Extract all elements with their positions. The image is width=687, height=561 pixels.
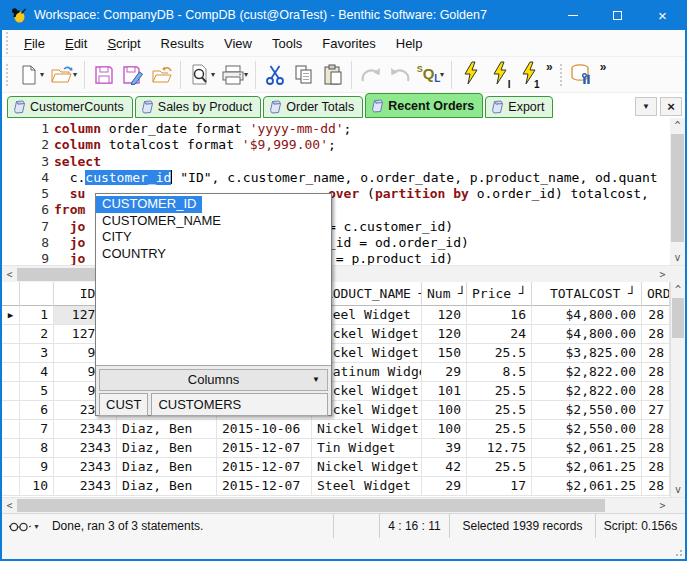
column-header-order_i[interactable]: ORDER_I bbox=[642, 282, 670, 306]
save-as-button[interactable] bbox=[118, 60, 147, 90]
editor-vertical-scrollbar[interactable]: ^ v bbox=[670, 118, 685, 265]
close-button[interactable]: × bbox=[640, 0, 685, 30]
paste-button[interactable] bbox=[318, 60, 347, 90]
scroll-up-icon[interactable]: ^ bbox=[671, 282, 685, 297]
tab-label: Export bbox=[508, 100, 544, 114]
popup-item[interactable]: CUSTOMER_ID bbox=[96, 196, 202, 213]
tab-bar: CustomerCountsSales by ProductOrder Tota… bbox=[2, 92, 685, 118]
popup-item[interactable]: COUNTRY bbox=[96, 246, 331, 263]
menu-item-edit[interactable]: Edit bbox=[55, 33, 97, 54]
grid-row[interactable]: 82343Diaz, Ben2015-12-07Tin Widget3912.7… bbox=[2, 439, 670, 458]
script-icon bbox=[371, 99, 384, 113]
scroll-down-icon[interactable]: v bbox=[670, 250, 685, 265]
menu-item-file[interactable]: File bbox=[14, 33, 55, 54]
menu-item-view[interactable]: View bbox=[214, 33, 262, 54]
print-dropdown[interactable]: ▾ bbox=[244, 70, 248, 79]
maximize-button[interactable] bbox=[595, 0, 640, 30]
menu-item-tools[interactable]: Tools bbox=[262, 33, 312, 54]
popup-item[interactable]: CITY bbox=[96, 229, 331, 246]
autocomplete-popup: CUSTOMER_IDCUSTOMER_NAMECITYCOUNTRY Colu… bbox=[95, 193, 332, 416]
revert-button[interactable] bbox=[147, 60, 176, 90]
grid-cell: 7 bbox=[20, 420, 54, 439]
open-script-dropdown[interactable]: ▾ bbox=[73, 70, 77, 79]
grid-horizontal-scrollbar[interactable]: < > bbox=[2, 497, 685, 513]
tab-recent-orders[interactable]: Recent Orders bbox=[365, 93, 483, 118]
redo-button[interactable] bbox=[356, 60, 385, 90]
scroll-up-icon[interactable]: ^ bbox=[670, 118, 685, 133]
scroll-down-icon[interactable]: v bbox=[671, 482, 685, 497]
grid-cell: 4 bbox=[20, 363, 54, 382]
minimize-icon bbox=[568, 15, 578, 16]
scrollbar-thumb[interactable] bbox=[671, 134, 684, 242]
column-header-num[interactable]: Num ┘ bbox=[422, 282, 467, 306]
column-header[interactable] bbox=[20, 282, 54, 306]
toolbar-overflow-chevron[interactable]: » bbox=[546, 57, 553, 74]
grid-cell: 42 bbox=[422, 458, 467, 477]
row-marker-cell bbox=[2, 420, 20, 439]
print-button[interactable] bbox=[218, 60, 247, 90]
scrollbar-thumb[interactable] bbox=[672, 298, 684, 338]
tab-label: Sales by Product bbox=[158, 100, 253, 114]
grid-cell: 6 bbox=[20, 401, 54, 420]
tab-list-button[interactable]: ▼ bbox=[635, 97, 657, 116]
toolbar-overflow-chevron[interactable]: » bbox=[600, 57, 607, 74]
open-script-button[interactable] bbox=[47, 60, 76, 90]
tab-sales-by-product[interactable]: Sales by Product bbox=[135, 96, 262, 118]
preview-dropdown[interactable]: ▾ bbox=[211, 70, 215, 79]
grid-cell: 2015-12-07 bbox=[217, 477, 312, 496]
scroll-left-icon[interactable]: < bbox=[2, 269, 17, 280]
undo-button[interactable] bbox=[385, 60, 414, 90]
minimize-button[interactable] bbox=[550, 0, 595, 30]
grid-cell: Steel Widget bbox=[312, 477, 422, 496]
popup-button-cust[interactable]: CUST bbox=[99, 393, 148, 416]
scroll-left-icon[interactable]: < bbox=[2, 500, 17, 511]
grid-cell: 9 bbox=[20, 458, 54, 477]
menu-item-script[interactable]: Script bbox=[97, 33, 150, 54]
execute-current-button[interactable]: I bbox=[485, 60, 514, 90]
new-script-dropdown[interactable]: ▾ bbox=[40, 70, 44, 79]
tab-customercounts[interactable]: CustomerCounts bbox=[7, 96, 133, 118]
execute-script-button[interactable] bbox=[456, 60, 485, 90]
menu-item-help[interactable]: Help bbox=[386, 33, 433, 54]
scroll-right-icon[interactable]: > bbox=[655, 500, 670, 511]
grid-row[interactable]: 102343Diaz, Ben2015-12-07Steel Widget291… bbox=[2, 477, 670, 496]
grid-cell: 2 bbox=[20, 325, 54, 344]
copy-button[interactable] bbox=[289, 60, 318, 90]
menu-item-favorites[interactable]: Favorites bbox=[312, 33, 385, 54]
popup-category-dropdown[interactable]: Columns ▼ bbox=[99, 369, 328, 391]
menu-item-results[interactable]: Results bbox=[151, 33, 214, 54]
preview-button[interactable] bbox=[185, 60, 214, 90]
column-header-price[interactable]: Price ┘ bbox=[467, 282, 532, 306]
scroll-right-icon[interactable]: > bbox=[655, 269, 670, 280]
column-header[interactable] bbox=[2, 282, 20, 306]
script-icon bbox=[491, 100, 504, 114]
grid-row[interactable]: 92343Diaz, Ben2015-12-07Nickel Widget422… bbox=[2, 458, 670, 477]
undo-arrow-icon bbox=[388, 65, 412, 85]
line-number: 1 bbox=[2, 121, 54, 137]
db-tools-button[interactable] bbox=[568, 60, 597, 90]
window-title: Workspace: CompanyDB - CompDB (cust@OraT… bbox=[34, 8, 550, 22]
title-bar: Workspace: CompanyDB - CompDB (cust@OraT… bbox=[2, 0, 685, 30]
tab-close-button[interactable]: × bbox=[660, 97, 682, 116]
popup-item[interactable]: CUSTOMER_NAME bbox=[96, 213, 331, 230]
grid-row[interactable]: 72343Diaz, Ben2015-10-06Nickel Widget100… bbox=[2, 420, 670, 439]
execute-single-button[interactable]: 1 bbox=[514, 60, 543, 90]
new-script-button[interactable] bbox=[14, 60, 43, 90]
open-folder-icon bbox=[50, 65, 74, 85]
resize-grip[interactable] bbox=[673, 547, 683, 557]
print-icon bbox=[221, 64, 245, 86]
column-header-totalcost[interactable]: TOTALCOST ┘ bbox=[532, 282, 642, 306]
sql-options-dropdown[interactable]: ▾ bbox=[440, 70, 444, 79]
grid-vertical-scrollbar[interactable]: ^ v bbox=[670, 282, 685, 497]
tab-order-totals[interactable]: Order Totals bbox=[263, 96, 363, 118]
cut-button[interactable] bbox=[260, 60, 289, 90]
popup-button-customers[interactable]: CUSTOMERS bbox=[151, 393, 328, 416]
status-watch-button[interactable]: ▼ bbox=[2, 514, 44, 538]
sql-options-button[interactable]: SQL bbox=[414, 60, 443, 90]
grid-cell: 17 bbox=[467, 477, 532, 496]
tab-export[interactable]: Export bbox=[485, 96, 553, 118]
scrollbar-thumb[interactable] bbox=[17, 499, 605, 512]
save-button[interactable] bbox=[89, 60, 118, 90]
grid-cell: 100 bbox=[422, 420, 467, 439]
code-line: column order_date format 'yyyy-mm-dd'; bbox=[54, 121, 670, 137]
